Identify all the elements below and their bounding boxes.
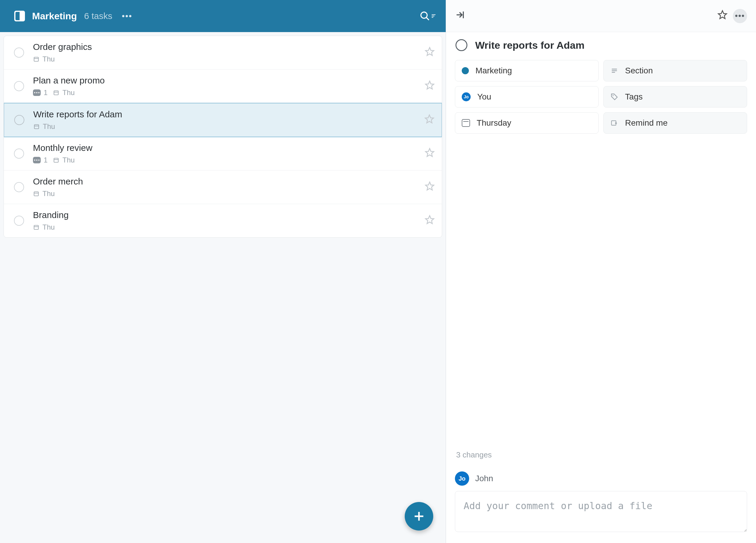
list-more-button[interactable]: ••• [119, 9, 135, 23]
svg-marker-19 [426, 182, 434, 190]
assignee-name: You [477, 92, 491, 102]
list-title: Marketing [32, 11, 77, 22]
svg-rect-8 [54, 91, 58, 95]
task-row[interactable]: BrandingThu [4, 204, 442, 237]
task-title: Monthly review [33, 143, 416, 153]
comment-input[interactable] [455, 491, 747, 532]
search-icon [420, 11, 430, 21]
task-complete-checkbox[interactable] [14, 216, 24, 226]
task-body: Write reports for AdamThu [33, 109, 415, 131]
svg-marker-10 [426, 81, 434, 89]
section-placeholder: Section [625, 66, 653, 75]
task-body: Plan a new promo1Thu [33, 75, 416, 97]
task-star-button[interactable] [425, 80, 435, 92]
task-date: Thu [53, 88, 75, 97]
collapse-detail-button[interactable] [455, 10, 465, 22]
task-date: Thu [53, 156, 75, 164]
star-icon [425, 47, 435, 57]
task-row[interactable]: Plan a new promo1Thu [4, 69, 442, 103]
list-header: Marketing 6 tasks ••• [0, 0, 446, 32]
svg-marker-13 [425, 115, 434, 123]
task-body: Order graphicsThu [33, 42, 416, 63]
project-color-icon [462, 67, 469, 74]
task-comment-count: 1 [33, 156, 48, 164]
assignee-avatar-icon: Jo [462, 92, 471, 101]
svg-line-1 [426, 18, 429, 20]
task-meta: Thu [33, 189, 416, 198]
detail-title-row: Write reports for Adam [455, 39, 747, 51]
detail-more-button[interactable]: ••• [733, 9, 747, 23]
task-star-button[interactable] [425, 47, 435, 59]
detail-title[interactable]: Write reports for Adam [475, 39, 584, 51]
reminder-chip[interactable]: Remind me [603, 112, 747, 134]
task-date: Thu [33, 223, 55, 231]
detail-complete-checkbox[interactable] [456, 39, 467, 51]
svg-marker-22 [426, 215, 434, 223]
comment-author-name: John [475, 474, 493, 483]
task-comment-count: 1 [33, 88, 48, 97]
comment-author-avatar-icon: Jo [455, 471, 469, 486]
project-chip[interactable]: Marketing [455, 60, 599, 81]
calendar-icon [53, 89, 59, 96]
section-chip[interactable]: Section [603, 60, 747, 81]
svg-point-31 [613, 95, 613, 96]
comment-author-row: Jo John [455, 471, 747, 486]
svg-marker-16 [426, 148, 434, 156]
svg-marker-7 [426, 47, 434, 55]
task-meta: 1Thu [33, 88, 416, 97]
comment-icon [33, 157, 41, 163]
star-icon [425, 215, 435, 225]
comment-icon [33, 89, 41, 96]
task-star-button[interactable] [425, 181, 435, 193]
task-complete-checkbox[interactable] [14, 182, 24, 192]
task-meta: Thu [33, 223, 416, 231]
calendar-icon [33, 56, 39, 62]
task-complete-checkbox[interactable] [14, 47, 24, 58]
task-star-button[interactable] [425, 215, 435, 227]
star-icon [424, 114, 434, 124]
svg-rect-17 [34, 192, 39, 196]
task-complete-checkbox[interactable] [14, 148, 24, 159]
add-task-fab[interactable] [405, 502, 433, 531]
date-chip[interactable]: Thursday [455, 112, 599, 134]
task-row[interactable]: Order merchThu [4, 170, 442, 204]
detail-properties: Marketing Section Jo You [455, 60, 747, 134]
star-icon [425, 80, 435, 90]
tags-chip[interactable]: Tags [603, 86, 747, 107]
app-logo-icon[interactable] [14, 11, 25, 21]
svg-rect-14 [54, 158, 58, 162]
detail-content: Write reports for Adam Marketing Section… [446, 32, 756, 471]
task-meta: 1Thu [33, 156, 416, 164]
date-value: Thursday [477, 118, 511, 128]
svg-rect-5 [34, 57, 39, 61]
changes-count[interactable]: 3 changes [455, 447, 747, 468]
task-complete-checkbox[interactable] [14, 115, 24, 125]
task-list: Order graphicsThuPlan a new promo1ThuWri… [4, 36, 442, 237]
project-name: Marketing [475, 66, 512, 75]
task-row[interactable]: Monthly review1Thu [4, 137, 442, 170]
task-row[interactable]: Write reports for AdamThu [4, 103, 442, 137]
plus-icon [412, 510, 426, 523]
task-row[interactable]: Order graphicsThu [4, 36, 442, 69]
task-title: Write reports for Adam [33, 109, 415, 119]
tag-icon [610, 93, 619, 101]
star-icon [717, 10, 727, 20]
search-filter-button[interactable] [420, 11, 437, 21]
svg-point-0 [421, 12, 427, 18]
task-list-pane: Marketing 6 tasks ••• Order graphicsThuP… [0, 0, 446, 543]
calendar-icon [33, 190, 39, 197]
svg-marker-27 [718, 11, 727, 19]
task-date: Thu [33, 189, 55, 198]
task-date: Thu [33, 55, 55, 63]
detail-star-button[interactable] [717, 10, 727, 22]
svg-rect-20 [34, 225, 39, 229]
task-star-button[interactable] [424, 114, 434, 126]
task-date: Thu [33, 122, 55, 131]
task-title: Order graphics [33, 42, 416, 52]
assignee-chip[interactable]: Jo You [455, 86, 599, 107]
task-complete-checkbox[interactable] [14, 81, 24, 91]
calendar-icon [53, 157, 59, 163]
task-star-button[interactable] [425, 148, 435, 160]
collapse-right-icon [455, 10, 465, 20]
task-title: Branding [33, 210, 416, 220]
